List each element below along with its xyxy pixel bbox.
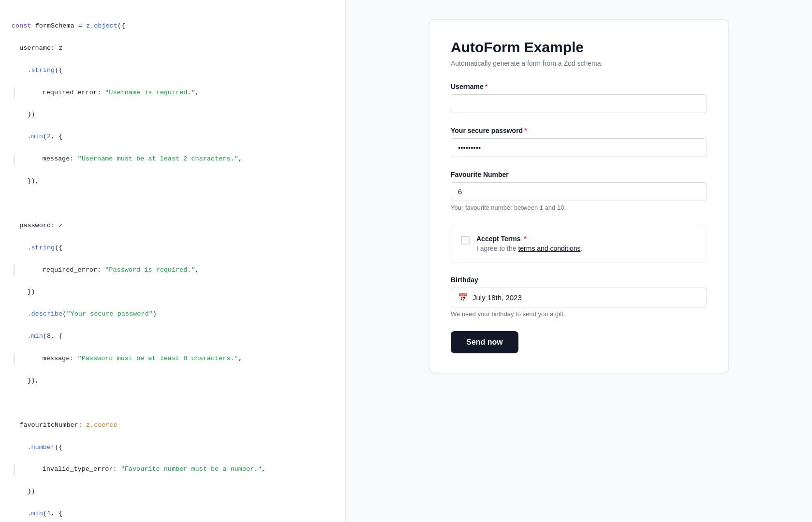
favourite-number-input[interactable] (451, 182, 707, 201)
favourite-number-field-group: Favourite Number Your favourite number b… (451, 171, 707, 211)
submit-button[interactable]: Send now (451, 331, 518, 353)
favourite-number-label: Favourite Number (451, 171, 707, 178)
accept-terms-description: I agree to the terms and conditions. (476, 245, 697, 252)
accept-terms-checkbox[interactable] (461, 236, 470, 245)
code-content: const formSchema = z.object({ username: … (12, 10, 334, 522)
accept-terms-required-star: * (524, 235, 527, 243)
accept-terms-label-block: Accept Terms * I agree to the terms and … (476, 235, 697, 252)
birthday-label: Birthday (451, 276, 707, 284)
favourite-number-hint: Your favourite number between 1 and 10. (451, 204, 707, 211)
calendar-icon: 📅 (458, 293, 468, 302)
password-required-star: * (524, 127, 527, 134)
username-required-star: * (485, 83, 487, 90)
form-panel: AutoForm Example Automatically generate … (346, 0, 812, 522)
username-input[interactable] (451, 94, 707, 113)
birthday-hint: We need your birthday to send you a gift… (451, 310, 707, 318)
terms-and-conditions-link[interactable]: terms and conditions (518, 245, 580, 252)
accept-terms-title: Accept Terms * (476, 235, 697, 243)
form-title: AutoForm Example (451, 39, 707, 56)
accept-terms-container: Accept Terms * I agree to the terms and … (451, 225, 707, 262)
form-card: AutoForm Example Automatically generate … (429, 19, 729, 373)
password-field-group: Your secure password* (451, 127, 707, 157)
code-panel: const formSchema = z.object({ username: … (0, 0, 346, 522)
birthday-field-group: Birthday 📅 July 18th, 2023 We need your … (451, 276, 707, 318)
username-field-group: Username* (451, 83, 707, 113)
password-input[interactable] (451, 138, 707, 157)
username-label: Username* (451, 83, 707, 90)
password-label: Your secure password* (451, 127, 707, 134)
birthday-value: July 18th, 2023 (472, 293, 522, 302)
birthday-date-picker[interactable]: 📅 July 18th, 2023 (451, 288, 707, 307)
form-subtitle: Automatically generate a form from a Zod… (451, 59, 707, 67)
